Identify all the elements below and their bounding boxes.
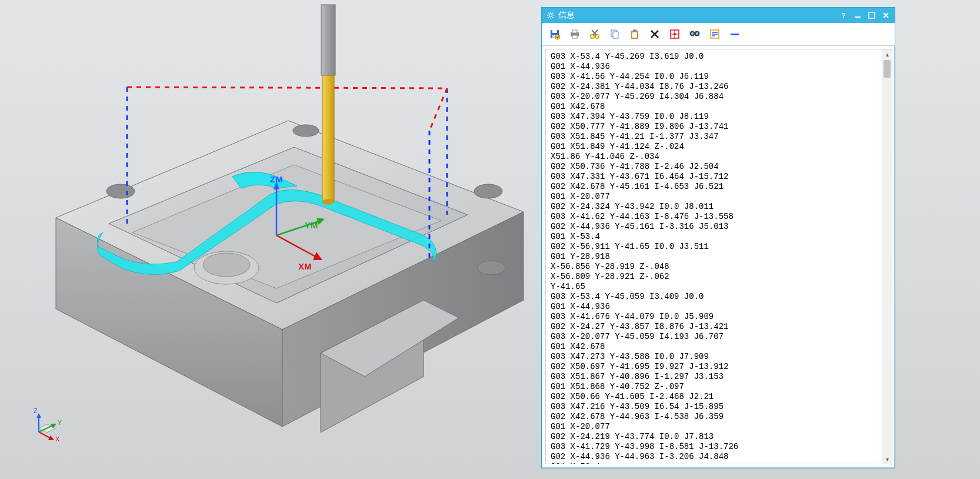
svg-rect-44	[855, 16, 861, 18]
svg-rect-63	[632, 32, 637, 38]
svg-point-20	[322, 199, 334, 205]
svg-point-6	[477, 261, 505, 275]
minimize-button[interactable]	[851, 10, 864, 21]
svg-rect-18	[321, 5, 335, 75]
delete-button[interactable]	[645, 25, 664, 44]
scroll-down-arrow[interactable]: ▾	[882, 454, 892, 464]
info-title-text: 信息	[558, 10, 575, 21]
svg-line-42	[552, 13, 553, 14]
gear-icon	[546, 11, 555, 19]
svg-point-10	[203, 253, 250, 277]
svg-rect-19	[322, 75, 334, 202]
cut-button[interactable]	[585, 25, 604, 44]
svg-line-16	[127, 87, 447, 88]
svg-line-40	[552, 17, 553, 18]
help-button[interactable]: ?	[837, 10, 850, 21]
nc-code-listing[interactable]: G03 X-53.4 Y-45.269 I3.619 J0.0 G01 X-44…	[546, 49, 882, 464]
svg-point-3	[106, 184, 135, 198]
wrap-button[interactable]	[705, 25, 724, 44]
svg-line-17	[429, 88, 447, 131]
code-area: G03 X-53.4 Y-45.269 I3.619 J0.0 G01 X-44…	[545, 49, 892, 464]
information-window: 信息 ?	[541, 7, 895, 468]
svg-rect-72	[694, 32, 696, 34]
triad-x: X	[55, 435, 60, 443]
triad-y: Y	[58, 419, 62, 426]
svg-point-73	[691, 32, 694, 35]
svg-point-69	[674, 33, 676, 35]
maximize-button[interactable]	[865, 10, 878, 21]
svg-rect-60	[613, 32, 618, 38]
collapse-button[interactable]	[725, 25, 744, 44]
svg-point-74	[696, 32, 698, 35]
svg-rect-53	[572, 30, 577, 33]
print-button[interactable]	[565, 25, 584, 44]
axis-label-y: YM	[305, 220, 318, 230]
paste-button[interactable]	[625, 25, 644, 44]
info-toolbar	[542, 23, 895, 46]
copy-button[interactable]	[605, 25, 624, 44]
vertical-scrollbar[interactable]: ▴ ▾	[882, 49, 892, 464]
axis-label-x: XM	[298, 261, 312, 271]
svg-rect-79	[731, 34, 739, 35]
scroll-thumb[interactable]	[884, 60, 891, 78]
svg-point-4	[293, 125, 319, 137]
svg-line-41	[548, 17, 549, 18]
target-button[interactable]	[665, 25, 684, 44]
scroll-up-arrow[interactable]: ▴	[882, 49, 892, 59]
svg-line-39	[548, 13, 549, 14]
svg-rect-49	[552, 30, 557, 33]
triad-z: Z	[34, 407, 38, 414]
axis-label-z: ZM	[270, 174, 283, 184]
svg-point-5	[474, 184, 502, 198]
find-button[interactable]	[685, 25, 704, 44]
svg-rect-62	[633, 29, 636, 32]
info-titlebar[interactable]: 信息 ?	[542, 8, 895, 23]
svg-point-34	[549, 14, 552, 16]
save-button[interactable]	[545, 25, 564, 44]
svg-rect-45	[869, 12, 875, 18]
svg-rect-54	[572, 35, 577, 38]
view-triad[interactable]: Z Y X	[32, 407, 67, 443]
cad-viewport[interactable]: ZM YM XM	[0, 0, 541, 479]
svg-text:?: ?	[842, 12, 846, 19]
close-button[interactable]	[879, 10, 892, 21]
